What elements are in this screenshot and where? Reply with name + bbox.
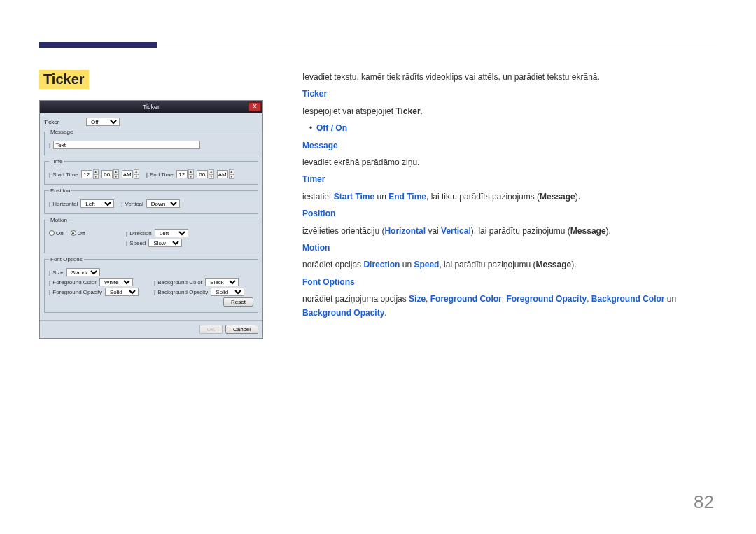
font-heading: Font Options bbox=[302, 277, 355, 287]
font-legend: Font Options bbox=[49, 256, 84, 262]
end-mm-spinner[interactable]: ▲▼ bbox=[197, 170, 214, 178]
start-mm-spinner[interactable]: ▲▼ bbox=[102, 170, 119, 178]
ticker-dialog: Ticker X Ticker Off Message | bbox=[39, 100, 263, 339]
speed-label: Speed bbox=[130, 240, 146, 246]
speed-select[interactable]: Slow bbox=[148, 239, 182, 247]
timer-desc: iestatiet Start Time un End Time, lai ti… bbox=[302, 190, 717, 204]
start-ampm-spinner[interactable]: ▲▼ bbox=[122, 170, 139, 178]
bg-color-select[interactable]: Black bbox=[205, 278, 239, 286]
reset-button[interactable]: Reset bbox=[223, 297, 253, 307]
intro-text: Ievadiet tekstu, kamēr tiek rādīts video… bbox=[302, 70, 717, 84]
message-input[interactable] bbox=[53, 141, 200, 149]
ticker-label: Ticker bbox=[44, 119, 83, 125]
cancel-button[interactable]: Cancel bbox=[225, 325, 258, 334]
dialog-footer: OK Cancel bbox=[40, 320, 262, 338]
start-time-label: Start Time bbox=[52, 171, 78, 178]
time-group: Time |Start Time ▲▼ ▲▼ ▲▼ |End Time ▲▼ ▲… bbox=[44, 158, 258, 185]
motion-legend: Motion bbox=[49, 217, 69, 223]
bg-color-label: Background Color bbox=[158, 279, 202, 286]
close-button[interactable]: X bbox=[248, 102, 261, 111]
message-legend: Message bbox=[49, 129, 74, 135]
page-content: Ticker Ticker X Ticker Off Message | bbox=[39, 70, 717, 339]
ticker-row: Ticker Off bbox=[44, 118, 258, 126]
direction-select[interactable]: Left bbox=[155, 229, 188, 237]
font-desc: norādiet paziņojuma opcijas Size, Foregr… bbox=[302, 292, 717, 321]
ok-button[interactable]: OK bbox=[200, 325, 223, 334]
fg-color-label: Foreground Color bbox=[52, 279, 97, 286]
vertical-label: Vertical bbox=[125, 201, 144, 207]
start-hh-spinner[interactable]: ▲▼ bbox=[81, 170, 99, 178]
page-number: 82 bbox=[694, 491, 714, 513]
top-divider bbox=[39, 48, 717, 48]
motion-group: Motion On Off |Direction Left bbox=[44, 217, 258, 253]
right-column: Ievadiet tekstu, kamēr tiek rādīts video… bbox=[302, 70, 717, 339]
horizontal-label: Horizontal bbox=[52, 201, 78, 207]
horizontal-select[interactable]: Left bbox=[80, 199, 114, 208]
dialog-titlebar: Ticker X bbox=[40, 101, 262, 113]
position-desc: izvēlieties orientāciju (Horizontal vai … bbox=[302, 224, 717, 238]
motion-heading: Motion bbox=[302, 243, 330, 253]
font-group: Font Options |Size Standard |Foreground … bbox=[44, 256, 258, 313]
off-on-option: Off / On bbox=[316, 123, 347, 133]
direction-label: Direction bbox=[130, 230, 152, 237]
fg-opacity-select[interactable]: Solid bbox=[105, 288, 139, 296]
ticker-select[interactable]: Off bbox=[86, 118, 120, 126]
motion-off-radio[interactable]: Off bbox=[71, 230, 85, 237]
end-ampm-spinner[interactable]: ▲▼ bbox=[217, 170, 234, 178]
motion-desc: norādiet opcijas Direction un Speed, lai… bbox=[302, 258, 717, 272]
end-time-label: End Time bbox=[150, 171, 174, 178]
position-heading: Position bbox=[302, 209, 335, 218]
fg-color-select[interactable]: White bbox=[99, 278, 133, 286]
dialog-title: Ticker bbox=[143, 104, 160, 111]
time-legend: Time bbox=[49, 158, 64, 164]
bg-opacity-select[interactable]: Solid bbox=[211, 288, 244, 296]
size-select[interactable]: Standard bbox=[66, 268, 100, 276]
message-group: Message | bbox=[44, 129, 258, 155]
fg-opacity-label: Foreground Opacity bbox=[52, 289, 102, 295]
ticker-heading: Ticker bbox=[302, 89, 327, 99]
section-title: Ticker bbox=[39, 70, 89, 89]
bg-opacity-label: Background Opacity bbox=[158, 289, 208, 295]
message-desc: ievadiet ekrānā parādāmo ziņu. bbox=[302, 155, 717, 169]
accent-bar bbox=[39, 42, 157, 48]
size-label: Size bbox=[52, 269, 64, 276]
motion-on-radio[interactable]: On bbox=[49, 230, 64, 237]
timer-heading: Timer bbox=[302, 174, 325, 184]
left-column: Ticker Ticker X Ticker Off Message | bbox=[39, 70, 277, 339]
ticker-desc: Iespējojiet vai atspējojiet Ticker. bbox=[302, 104, 717, 118]
message-heading: Message bbox=[302, 141, 338, 150]
vertical-select[interactable]: Down bbox=[146, 199, 180, 208]
position-group: Position |Horizontal Left |Vertical Down bbox=[44, 188, 258, 214]
end-hh-spinner[interactable]: ▲▼ bbox=[176, 170, 194, 178]
position-legend: Position bbox=[49, 188, 71, 194]
dialog-body: Ticker Off Message | Time bbox=[40, 113, 262, 320]
